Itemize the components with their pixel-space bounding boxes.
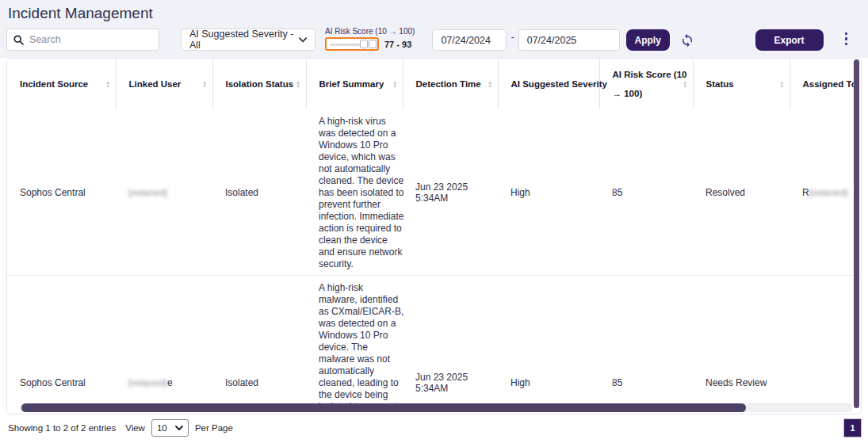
cell-linked-user: [redacted] bbox=[116, 109, 212, 276]
sort-icon[interactable]: ▲▼ bbox=[392, 80, 397, 88]
column-header-detection-time[interactable]: Detection Time ▲▼ bbox=[403, 59, 498, 109]
cell-isolation-status: Isolated bbox=[212, 276, 306, 415]
sort-icon[interactable]: ▲▼ bbox=[105, 80, 110, 88]
search-box[interactable] bbox=[6, 29, 159, 51]
cell-detection-time: Jun 23 2025 5:34AM bbox=[403, 109, 498, 276]
redacted-assigned-to: [redacted] bbox=[809, 188, 848, 197]
cell-status: Resolved bbox=[693, 109, 790, 276]
cell-brief-summary: A high-risk malware, identified as CXmal… bbox=[306, 276, 403, 415]
per-page-value: 10 bbox=[157, 423, 167, 433]
horizontal-scrollbar[interactable] bbox=[20, 403, 852, 412]
column-header-ai-suggested-severity[interactable]: AI Suggested Severity ▲▼ bbox=[498, 59, 599, 109]
refresh-icon[interactable] bbox=[680, 33, 694, 48]
top-bar: Incident Management AI Suggested Severit… bbox=[0, 0, 868, 58]
showing-entries-text: Showing 1 to 2 of 2 entries bbox=[8, 423, 116, 433]
more-options-icon[interactable] bbox=[845, 32, 848, 46]
page-title: Incident Management bbox=[6, 3, 862, 27]
date-range-separator: - bbox=[510, 31, 514, 48]
incident-row: Sophos Central [redacted]e Isolated A hi… bbox=[7, 276, 862, 415]
per-page-select[interactable]: 10 bbox=[151, 419, 189, 437]
view-label: View bbox=[125, 423, 145, 433]
sort-icon[interactable]: ▲▼ bbox=[589, 80, 594, 88]
column-header-isolation-status[interactable]: Isolation Status ▲▼ bbox=[212, 59, 306, 109]
cell-assigned-to bbox=[790, 276, 862, 415]
column-header-linked-user[interactable]: Linked User ▲▼ bbox=[116, 59, 212, 109]
sort-icon[interactable]: ▲▼ bbox=[202, 80, 207, 88]
incident-table: Incident Source ▲▼ Linked User ▲▼ Isolat… bbox=[7, 59, 862, 414]
cell-status: Needs Review bbox=[693, 276, 790, 415]
incident-table-card: Incident Source ▲▼ Linked User ▲▼ Isolat… bbox=[6, 58, 862, 414]
column-header-assigned-to[interactable]: Assigned To bbox=[790, 59, 862, 109]
sort-icon[interactable]: ▲▼ bbox=[779, 80, 784, 88]
export-button[interactable]: Export bbox=[755, 29, 824, 51]
risk-score-slider[interactable] bbox=[325, 37, 379, 51]
redacted-linked-user: [redacted] bbox=[128, 188, 167, 197]
risk-score-filter: AI Risk Score (10 → 100) 77 - 93 bbox=[325, 27, 415, 51]
redacted-linked-user: [redacted] bbox=[128, 378, 167, 388]
cell-ai-suggested-severity: High bbox=[498, 109, 599, 276]
incident-row: Sophos Central [redacted] Isolated A hig… bbox=[7, 109, 862, 276]
sort-icon[interactable]: ▲▼ bbox=[488, 80, 492, 88]
cell-incident-source: Sophos Central bbox=[7, 276, 116, 415]
pagination-page-1-button[interactable]: 1 bbox=[843, 418, 862, 437]
cell-ai-suggested-severity: High bbox=[498, 276, 599, 415]
cell-isolation-status: Isolated bbox=[212, 109, 306, 276]
vertical-scrollbar[interactable] bbox=[854, 59, 859, 408]
risk-score-range-value: 77 - 93 bbox=[384, 40, 411, 49]
cell-ai-risk-score: 85 bbox=[599, 109, 693, 276]
sort-icon[interactable]: ▲▼ bbox=[683, 80, 687, 88]
cell-assigned-to: R[redacted] bbox=[790, 109, 862, 276]
cell-brief-summary: A high-risk virus was detected on a Wind… bbox=[306, 109, 403, 276]
column-header-ai-risk-score[interactable]: AI Risk Score (10 → 100) ▲▼ bbox=[599, 59, 693, 109]
horizontal-scrollbar-thumb[interactable] bbox=[21, 403, 746, 412]
slider-handle-max[interactable] bbox=[369, 40, 377, 48]
per-page-label: Per Page bbox=[195, 423, 233, 433]
slider-handle-min[interactable] bbox=[360, 40, 368, 48]
table-header-row: Incident Source ▲▼ Linked User ▲▼ Isolat… bbox=[7, 59, 862, 109]
toolbar: AI Suggested Severity - All AI Risk Scor… bbox=[6, 27, 862, 51]
severity-filter-value: AI Suggested Severity - All bbox=[189, 29, 299, 51]
column-header-status[interactable]: Status ▲▼ bbox=[693, 59, 790, 109]
cell-linked-user: [redacted]e bbox=[116, 276, 212, 415]
apply-button[interactable]: Apply bbox=[626, 29, 670, 51]
chevron-down-icon bbox=[175, 426, 183, 430]
cell-ai-risk-score: 85 bbox=[599, 276, 693, 415]
column-header-incident-source[interactable]: Incident Source ▲▼ bbox=[7, 59, 116, 109]
table-footer: Showing 1 to 2 of 2 entries View 10 Per … bbox=[0, 414, 868, 441]
sort-icon[interactable]: ▲▼ bbox=[296, 80, 300, 88]
search-icon bbox=[13, 35, 24, 45]
search-input[interactable] bbox=[29, 34, 152, 45]
severity-filter-dropdown[interactable]: AI Suggested Severity - All bbox=[181, 29, 315, 51]
risk-score-label: AI Risk Score (10 → 100) bbox=[325, 27, 415, 36]
cell-detection-time: Jun 23 2025 5:34AM bbox=[403, 276, 498, 415]
date-to-input[interactable] bbox=[518, 29, 620, 51]
date-from-input[interactable] bbox=[432, 29, 507, 51]
chevron-down-icon bbox=[299, 37, 307, 43]
cell-incident-source: Sophos Central bbox=[7, 109, 116, 276]
column-header-brief-summary[interactable]: Brief Summary ▲▼ bbox=[306, 59, 403, 109]
